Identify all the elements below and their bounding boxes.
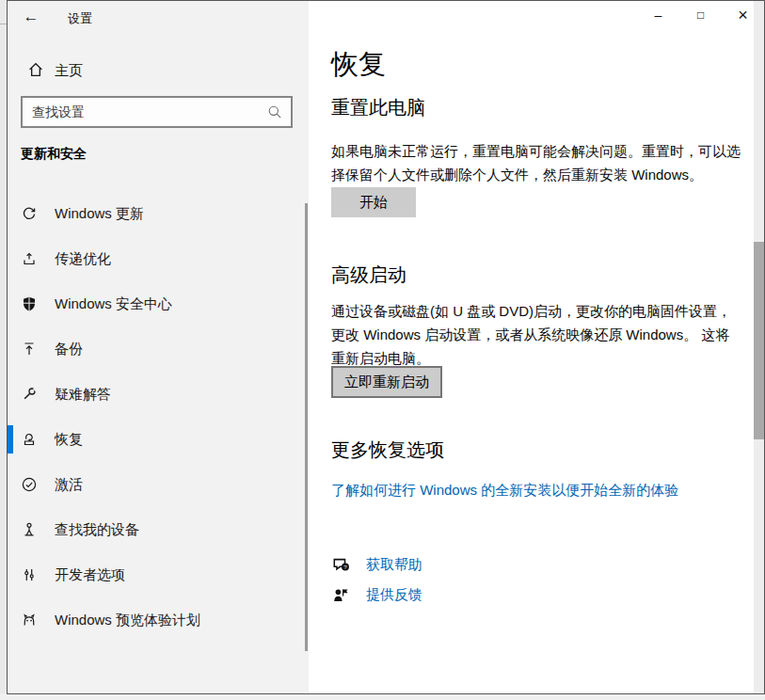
sidebar-item-label: 激活 [55, 476, 83, 494]
sidebar-item-label: Windows 安全中心 [55, 295, 172, 313]
advanced-startup-description: 通过设备或磁盘(如 U 盘或 DVD)启动，更改你的电脑固件设置，更改 Wind… [331, 299, 743, 370]
sidebar-item-label: 开发者选项 [55, 566, 125, 584]
page-title: 恢复 [331, 46, 386, 84]
shield-icon [21, 295, 38, 312]
minimize-icon: – [655, 8, 662, 23]
search-icon [266, 103, 283, 120]
maximize-icon: □ [697, 8, 704, 22]
check-circle-icon [21, 476, 38, 493]
reset-pc-description: 如果电脑未正常运行，重置电脑可能会解决问题。重置时，可以选择保留个人文件或删除个… [331, 139, 743, 186]
reset-start-button[interactable]: 开始 [331, 187, 416, 217]
svg-text:?: ? [343, 564, 347, 570]
delivery-optimization-icon [21, 250, 38, 267]
insider-cat-icon [21, 612, 38, 628]
background-strip-left [0, 0, 7, 700]
sidebar-item-windows-update[interactable]: Windows 更新 [8, 195, 309, 232]
main-scrollbar-thumb[interactable] [754, 242, 764, 439]
window-controls: – □ × [637, 1, 764, 29]
get-help-row[interactable]: ? 获取帮助 [331, 554, 519, 577]
sidebar-item-developer-options[interactable]: 开发者选项 [8, 556, 309, 594]
get-help-link[interactable]: 获取帮助 [366, 556, 422, 574]
sidebar-item-label: Windows 更新 [55, 205, 144, 223]
recovery-icon [21, 431, 38, 448]
sidebar-item-windows-insider[interactable]: Windows 预览体验计划 [8, 601, 309, 639]
restart-now-button[interactable]: 立即重新启动 [331, 366, 442, 398]
sidebar-item-backup[interactable]: 备份 [8, 330, 309, 368]
sidebar-item-troubleshoot[interactable]: 疑难解答 [8, 375, 309, 413]
sidebar-item-delivery-optimization[interactable]: 传递优化 [8, 240, 309, 278]
sidebar-item-activation[interactable]: 激活 [8, 466, 309, 503]
feedback-link[interactable]: 提供反馈 [366, 586, 422, 604]
sidebar-item-label: Windows 预览体验计划 [55, 612, 200, 629]
sidebar-item-label: 疑难解答 [55, 386, 111, 404]
feedback-row[interactable]: 提供反馈 [331, 584, 519, 607]
developer-icon [21, 566, 38, 583]
sidebar-scrollbar[interactable] [305, 203, 308, 651]
home-icon [26, 60, 45, 79]
back-arrow-icon: ← [24, 8, 40, 25]
background-strip-bottom [0, 693, 765, 700]
sidebar-item-home[interactable]: 主页 [8, 57, 309, 84]
more-recovery-options-heading: 更多恢复选项 [331, 438, 444, 463]
maximize-button[interactable]: □ [679, 1, 722, 29]
sidebar-section-title: 更新和安全 [21, 146, 87, 163]
wrench-icon [21, 386, 38, 403]
search-input[interactable]: 查找设置 [21, 96, 293, 128]
advanced-startup-heading: 高级启动 [331, 262, 406, 288]
sidebar: ← 设置 主页 查找设置 更新和安全 Windows 更新 [8, 1, 309, 693]
sync-icon [21, 205, 38, 222]
background-window-edge [0, 24, 7, 24]
selected-accent-bar [8, 425, 13, 453]
sidebar-item-find-my-device[interactable]: 查找我的设备 [8, 511, 309, 549]
clean-install-link[interactable]: 了解如何进行 Windows 的全新安装以便开始全新的体验 [331, 482, 678, 500]
back-button[interactable]: ← [17, 5, 45, 29]
backup-icon [21, 341, 38, 358]
main-panel: – □ × 恢复 重置此电脑 如果电脑未正常运行，重置电脑可能会解决问题。重置时… [309, 1, 764, 693]
sidebar-item-label: 查找我的设备 [55, 521, 139, 539]
search-placeholder: 查找设置 [32, 104, 85, 121]
get-help-icon: ? [331, 555, 352, 576]
sidebar-item-label: 主页 [55, 62, 83, 80]
app-title: 设置 [68, 10, 92, 27]
minimize-button[interactable]: – [637, 1, 679, 29]
sidebar-item-recovery[interactable]: 恢复 [8, 421, 309, 458]
find-device-icon [21, 521, 38, 538]
close-icon: × [738, 6, 748, 24]
sidebar-item-windows-security[interactable]: Windows 安全中心 [8, 285, 309, 323]
settings-window: ← 设置 主页 查找设置 更新和安全 Windows 更新 [7, 0, 765, 694]
sidebar-item-label: 备份 [55, 341, 83, 358]
sidebar-item-label: 恢复 [55, 431, 83, 449]
feedback-icon [331, 585, 350, 604]
reset-pc-heading: 重置此电脑 [331, 95, 425, 120]
sidebar-item-label: 传递优化 [55, 250, 111, 268]
